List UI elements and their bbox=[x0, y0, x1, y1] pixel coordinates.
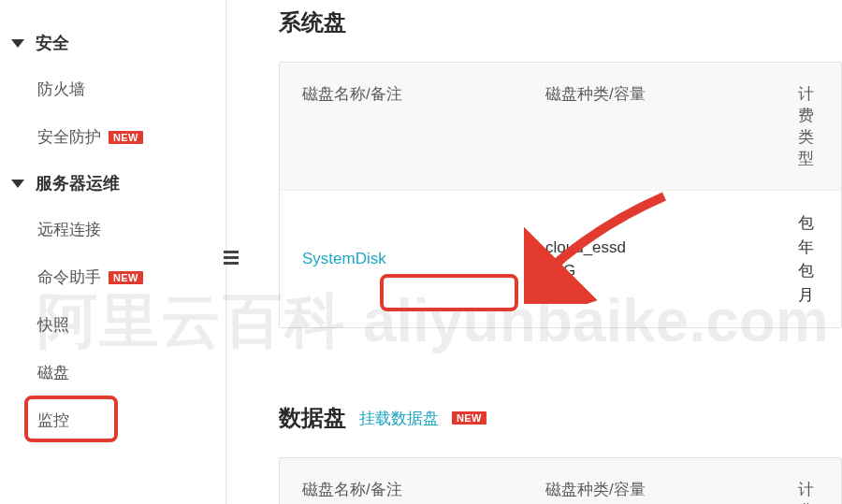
caret-down-icon bbox=[11, 39, 24, 48]
table-header-billing: 计费类型 bbox=[776, 63, 841, 190]
table-header-name: 磁盘名称/备注 bbox=[280, 63, 523, 190]
sidebar-item-label: 安全防护 bbox=[37, 126, 101, 148]
sidebar-item-remote-connect[interactable]: 远程连接 bbox=[0, 206, 225, 253]
sidebar-item-label: 命令助手 bbox=[37, 266, 101, 288]
new-badge-icon: NEW bbox=[109, 131, 143, 144]
caret-down-icon bbox=[11, 180, 24, 188]
system-disk-link[interactable]: SystemDisk bbox=[302, 247, 501, 271]
data-disk-title: 数据盘 挂载数据盘 NEW bbox=[279, 403, 486, 433]
sidebar-item-label: 快照 bbox=[37, 314, 69, 336]
table-header-type: 磁盘种类/容量 bbox=[523, 458, 776, 504]
table-header-billing: 计费类型 bbox=[776, 458, 841, 504]
sidebar: 安全 防火墙 安全防护 NEW 服务器运维 远程连接 命令助手 NEW 快照 磁… bbox=[0, 0, 226, 504]
disk-type-cell: cloud_essd 40G bbox=[523, 190, 776, 327]
table-header-name: 磁盘名称/备注 bbox=[280, 458, 523, 504]
new-badge-icon: NEW bbox=[452, 411, 486, 425]
disk-capacity-value: 40G bbox=[545, 259, 753, 283]
system-disk-table: 磁盘名称/备注 磁盘种类/容量 计费类型 SystemDisk cloud_es… bbox=[279, 62, 842, 328]
sidebar-item-label: 监控 bbox=[37, 410, 69, 431]
sidebar-item-firewall[interactable]: 防火墙 bbox=[0, 65, 225, 113]
sidebar-item-security-protection[interactable]: 安全防护 NEW bbox=[0, 113, 225, 161]
system-disk-title: 系统盘 bbox=[279, 7, 346, 37]
new-badge-icon: NEW bbox=[109, 271, 143, 284]
disk-type-value: cloud_essd bbox=[545, 236, 753, 260]
sidebar-item-snapshot[interactable]: 快照 bbox=[0, 301, 225, 349]
sidebar-item-label: 远程连接 bbox=[37, 219, 101, 240]
sidebar-group-maintenance[interactable]: 服务器运维 bbox=[0, 161, 225, 206]
disk-name-cell: SystemDisk bbox=[280, 190, 523, 327]
sidebar-item-monitor[interactable]: 监控 bbox=[0, 396, 225, 444]
mount-data-disk-link[interactable]: 挂载数据盘 bbox=[359, 408, 439, 429]
sidebar-item-command-assistant[interactable]: 命令助手 NEW bbox=[0, 253, 225, 301]
table-header-type: 磁盘种类/容量 bbox=[523, 63, 776, 190]
data-disk-table: 磁盘名称/备注 磁盘种类/容量 计费类型 bbox=[279, 457, 842, 504]
sidebar-group-security[interactable]: 安全 bbox=[0, 21, 225, 65]
sidebar-item-disk[interactable]: 磁盘 bbox=[0, 349, 225, 396]
sidebar-item-label: 防火墙 bbox=[37, 79, 85, 100]
table-row: SystemDisk cloud_essd 40G 包年包月 bbox=[280, 190, 841, 327]
sidebar-item-label: 磁盘 bbox=[37, 362, 69, 383]
sidebar-group-label: 安全 bbox=[36, 32, 69, 54]
sidebar-group-label: 服务器运维 bbox=[36, 172, 120, 194]
main-content: 系统盘 磁盘名称/备注 磁盘种类/容量 计费类型 SystemDisk clou… bbox=[226, 0, 842, 504]
data-disk-title-text: 数据盘 bbox=[279, 403, 346, 433]
disk-billing-cell: 包年包月 bbox=[776, 190, 841, 327]
